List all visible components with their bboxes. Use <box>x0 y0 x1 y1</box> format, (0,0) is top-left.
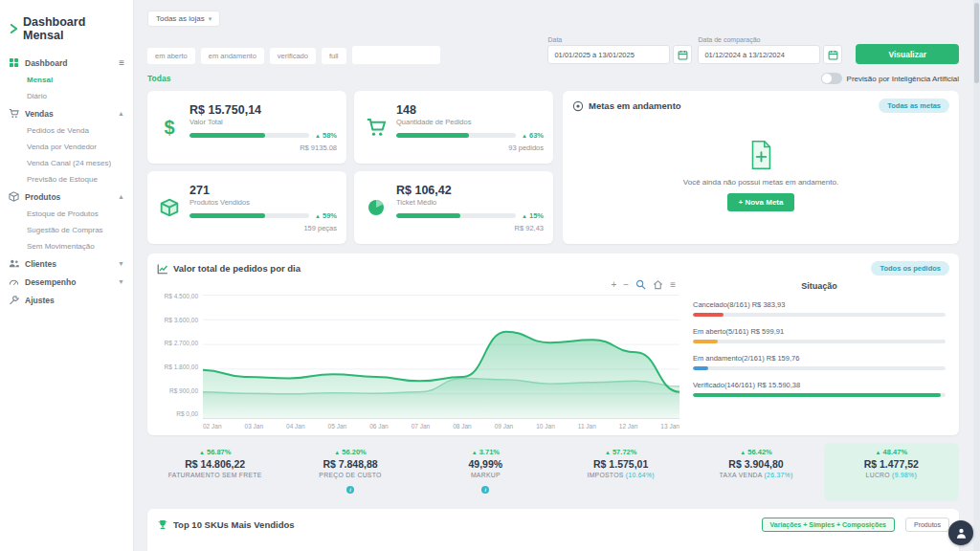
stat-delta: ▲ 3.71% <box>420 448 551 456</box>
kpi-comparison-value: R$ 92,43 <box>396 224 544 232</box>
all-orders-badge[interactable]: Todos os pedidos <box>871 261 949 276</box>
kpi-card-produtos-vendidos[interactable]: 271 Produtos Vendidos ▲ 59% 159 peças <box>147 171 346 244</box>
x-tick-label: 07 Jan <box>412 423 431 430</box>
sidebar-item-label: Sem Movimentação <box>27 242 95 251</box>
stat-delta: ▲ 57.72% <box>555 448 686 456</box>
summary-stats-row: ▲ 56.87% R$ 14.806,22 FATURAMENTO SEM FR… <box>147 443 959 501</box>
kpi-card-valor-total[interactable]: $ R$ 15.750,14 Valor Total ▲ 58% R$ 9135… <box>147 91 346 164</box>
new-goal-button[interactable]: + Nova Meta <box>727 193 795 211</box>
sidebar-item-diario[interactable]: Diário <box>0 88 133 104</box>
sidebar-item-venda-por-vendedor[interactable]: Venda por Vendedor <box>0 139 133 155</box>
up-arrow-icon: ▲ <box>315 213 321 219</box>
area-chart[interactable] <box>203 295 679 419</box>
y-tick-label: R$ 4.500,00 <box>157 294 198 300</box>
kpi-comparison-value: 93 pedidos <box>396 143 544 152</box>
sidebar-item-produtos[interactable]: Produtos ▲ <box>0 187 133 206</box>
compare-calendar-button[interactable] <box>823 45 842 64</box>
sidebar-item-label: Dashboard <box>25 58 67 68</box>
sidebar-item-label: Estoque de Produtos <box>27 209 99 218</box>
x-tick-label: 09 Jan <box>495 423 514 430</box>
app-title: Dashboard Mensal <box>23 15 123 42</box>
sku-products-chip[interactable]: Produtos <box>905 518 949 532</box>
x-tick-label: 03 Jan <box>245 423 264 430</box>
kpi-progress-bar <box>396 213 516 218</box>
status-legend: Situação Cancelado(8/161) R$ 383,93 Em a… <box>693 279 949 430</box>
zoom-out-icon[interactable]: − <box>623 280 629 290</box>
floating-widget-button[interactable] <box>948 520 973 545</box>
filter-chip-verificado[interactable]: verificado <box>270 48 316 64</box>
sidebar-item-estoque-de-produtos[interactable]: Estoque de Produtos <box>0 206 133 222</box>
selection-zoom-icon[interactable] <box>635 279 646 290</box>
calendar-icon <box>678 50 688 60</box>
legend-item-verificado[interactable]: Verificado(146/161) R$ 15.590,38 <box>693 381 946 397</box>
top-skus-card: Top 10 SKUs Mais Vendidos Variações + Si… <box>147 509 959 551</box>
ai-toggle[interactable] <box>821 73 842 84</box>
info-icon[interactable]: i <box>481 486 489 494</box>
sidebar-item-ajustes[interactable]: Ajustes <box>0 291 133 309</box>
x-tick-label: 12 Jan <box>619 423 638 430</box>
person-icon <box>955 527 968 540</box>
chart-plot-area: + − ≡ R$ 4.500,00 R$ 3.600,00 R$ 2.700,0… <box>157 279 679 430</box>
sidebar-item-venda-canal[interactable]: Venda Canal (24 meses) <box>0 155 133 171</box>
app-logo[interactable]: Dashboard Mensal <box>0 8 133 54</box>
info-icon[interactable]: i <box>346 486 354 494</box>
sidebar-item-sem-movimentacao[interactable]: Sem Movimentação <box>0 238 133 254</box>
filter-chip-em-aberto[interactable]: em aberto <box>147 48 195 64</box>
legend-item-em-andamento[interactable]: Em andamento(2/161) R$ 159,76 <box>693 354 946 370</box>
sku-variations-chip[interactable]: Variações + Simples + Composições <box>762 518 895 532</box>
kpi-card-quantidade-pedidos[interactable]: 148 Quantidade de Pedidos ▲ 63% 93 pedid… <box>354 91 553 164</box>
stat-markup: ▲ 3.71% 49,99% MARKUP i <box>418 443 553 501</box>
scrollbar-thumb[interactable] <box>974 3 979 83</box>
stat-preco-custo: ▲ 56.20% R$ 7.848,88 PREÇO DE CUSTO i <box>282 443 417 501</box>
scrollbar[interactable] <box>973 0 980 551</box>
home-reset-icon[interactable] <box>653 279 663 290</box>
sidebar-item-dashboard[interactable]: Dashboard ≡ <box>0 54 133 72</box>
logo-icon <box>10 23 18 34</box>
store-selector-button[interactable]: Todas as lojas ▾ <box>147 11 220 27</box>
sidebar-item-mensal[interactable]: Mensal <box>0 72 133 88</box>
chart-menu-icon[interactable]: ≡ <box>670 280 676 290</box>
calendar-button[interactable] <box>673 45 692 64</box>
kpi-progress-bar <box>396 133 516 138</box>
stat-percent: (26.37%) <box>764 472 792 478</box>
line-chart-icon <box>157 263 168 275</box>
sidebar-item-previsao-de-estoque[interactable]: Previsão de Estoque <box>0 171 133 187</box>
all-goals-badge[interactable]: Todas as metas <box>879 99 949 113</box>
stat-value: R$ 3.904,80 <box>690 458 821 470</box>
sidebar-item-pedidos-de-venda[interactable]: Pedidos de Venda <box>0 122 133 139</box>
legend-item-cancelado[interactable]: Cancelado(8/161) R$ 383,93 <box>693 300 946 317</box>
kpi-value: R$ 15.750,14 <box>189 103 337 117</box>
up-arrow-icon: ▲ <box>334 450 340 455</box>
goals-card: Metas em andamento Todas as metas Você a… <box>563 91 959 244</box>
stat-percent: (9.98%) <box>892 472 917 478</box>
zoom-in-icon[interactable]: + <box>611 280 616 290</box>
filter-chip-full[interactable]: full <box>322 48 346 64</box>
x-axis-labels: 02 Jan 03 Jan 04 Jan 05 Jan 06 Jan 07 Ja… <box>203 423 679 430</box>
up-arrow-icon: ▲ <box>315 133 321 139</box>
compare-range-input[interactable] <box>698 45 820 64</box>
visualize-button[interactable]: Visualizar <box>856 44 959 64</box>
up-arrow-icon: ▲ <box>605 450 611 455</box>
trophy-icon <box>157 519 168 531</box>
sidebar-item-vendas[interactable]: Vendas ▲ <box>0 104 133 122</box>
sidebar-item-label: Sugestão de Compras <box>27 226 103 234</box>
kpi-card-ticket-medio[interactable]: R$ 106,42 Ticket Médio ▲ 15% R$ 92,43 <box>354 171 553 244</box>
section-label-todas[interactable]: Todas <box>147 74 170 83</box>
search-input[interactable] <box>352 46 440 64</box>
up-arrow-icon: ▲ <box>876 450 881 455</box>
legend-item-em-aberto[interactable]: Em aberto(5/161) R$ 599,91 <box>693 327 946 343</box>
kpi-comparison-value: 159 peças <box>189 224 337 232</box>
up-arrow-icon: ▲ <box>740 450 746 455</box>
stat-label: LUCRO (9.98%) <box>826 472 957 478</box>
date-range-input[interactable] <box>547 45 670 64</box>
filter-chip-em-andamento[interactable]: em andamento <box>201 48 264 64</box>
store-selector-label: Todas as lojas <box>156 14 205 23</box>
stat-value: R$ 7.848,88 <box>284 458 415 470</box>
up-arrow-icon: ▲ <box>522 213 527 219</box>
cart-icon <box>364 118 389 137</box>
collapse-menu-icon[interactable]: ≡ <box>119 58 124 68</box>
sidebar-item-desempenho[interactable]: Desempenho ▼ <box>0 273 133 291</box>
dashboard-grid-icon <box>9 57 19 68</box>
sidebar-item-sugestao-de-compras[interactable]: Sugestão de Compras <box>0 222 133 238</box>
sidebar-item-clientes[interactable]: Clientes ▼ <box>0 254 133 273</box>
